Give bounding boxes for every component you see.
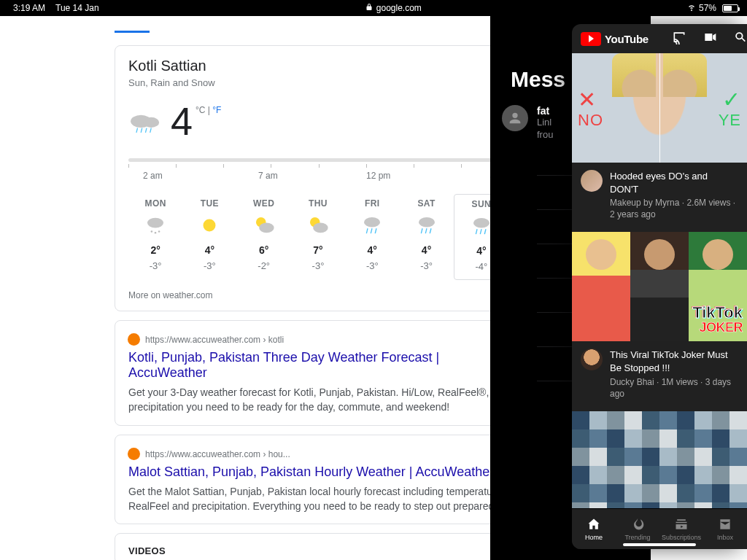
day-icon xyxy=(252,213,276,240)
weather-card: Kotli Sattian Sun, Rain and Snow 4 °C | … xyxy=(115,45,523,311)
day-low: -3° xyxy=(366,260,379,271)
svg-point-10 xyxy=(204,219,216,232)
tab-home[interactable]: Home xyxy=(572,509,616,549)
day-name: SAT xyxy=(417,198,435,209)
video-thumbnail[interactable]: TikTokJOKER xyxy=(572,232,747,341)
day-name: TUE xyxy=(201,198,219,209)
hour-label: 2 am xyxy=(128,171,214,181)
cast-icon[interactable] xyxy=(669,27,689,50)
thread-name: fat xyxy=(537,105,553,117)
video-subtitle: Makeup by Myrna · 2.6M views · 2 years a… xyxy=(610,197,738,220)
hourly-slider[interactable]: 2 am 7 am 12 pm 5 pm xyxy=(128,158,509,181)
svg-line-21 xyxy=(425,228,427,233)
accuweather-favicon-icon xyxy=(128,448,139,459)
day-high: 2° xyxy=(150,244,160,256)
lock-icon xyxy=(365,3,374,14)
forecast-day[interactable]: THU7°-3° xyxy=(291,194,345,280)
channel-avatar[interactable] xyxy=(581,349,603,370)
day-high: 4° xyxy=(368,244,377,256)
home-indicator[interactable] xyxy=(623,543,696,546)
day-low: -2° xyxy=(258,260,270,271)
thread-preview: Linl xyxy=(537,117,553,129)
video-title[interactable]: Hooded eyes DO's and DON'T xyxy=(610,170,738,195)
forecast-day[interactable]: TUE4°-3° xyxy=(182,194,236,280)
day-icon xyxy=(414,213,439,240)
svg-line-20 xyxy=(421,228,422,233)
address-bar[interactable]: google.com xyxy=(99,3,687,14)
battery-percent: 57% xyxy=(699,3,716,13)
svg-point-15 xyxy=(364,217,380,228)
svg-line-5 xyxy=(150,128,152,133)
youtube-header: YouTube xyxy=(572,24,747,53)
video-thumbnail[interactable]: NO YE xyxy=(572,53,747,163)
thumb-text-no: NO xyxy=(578,87,603,130)
avatar-icon xyxy=(502,105,528,131)
weather-condition: Sun, Rain and Snow xyxy=(128,77,509,88)
search-icon[interactable] xyxy=(730,27,747,50)
video-item[interactable]: TikTokJOKER This Viral TikTok Joker Must… xyxy=(572,232,747,399)
result-title[interactable]: Kotli, Punjab, Pakistan Three Day Weathe… xyxy=(128,350,509,381)
day-low: -3° xyxy=(420,260,433,271)
forecast-day[interactable]: WED6°-2° xyxy=(237,194,291,280)
video-item[interactable]: NO YE Hooded eyes DO's and DON'T Makeup … xyxy=(572,53,747,220)
svg-line-24 xyxy=(476,229,477,234)
day-name: FRI xyxy=(365,198,380,209)
svg-line-16 xyxy=(367,228,368,233)
tab-inbox[interactable]: Inbox xyxy=(703,509,747,549)
youtube-logo[interactable]: YouTube xyxy=(581,32,649,46)
wifi-icon xyxy=(687,3,696,14)
weather-footer-link[interactable]: More on weather.com xyxy=(128,290,509,300)
youtube-slideover: YouTube NO YE Hooded eyes DO's and DON'T… xyxy=(572,24,747,549)
status-date: Tue 14 Jan xyxy=(55,3,99,13)
video-title[interactable]: This Viral TikTok Joker Must Be Stopped … xyxy=(610,349,738,374)
svg-line-18 xyxy=(376,228,377,233)
day-name: SUN xyxy=(472,199,492,209)
video-thumbnail[interactable] xyxy=(572,411,747,508)
day-high: 4° xyxy=(422,244,431,256)
thumb-text-joker: JOKER xyxy=(692,321,743,334)
svg-line-4 xyxy=(145,128,147,133)
day-low: -3° xyxy=(150,260,162,271)
unit-c[interactable]: °C xyxy=(196,105,205,115)
svg-line-17 xyxy=(371,228,373,233)
day-icon xyxy=(360,213,384,240)
svg-line-3 xyxy=(141,128,142,133)
youtube-feed[interactable]: NO YE Hooded eyes DO's and DON'T Makeup … xyxy=(572,53,747,508)
video-item[interactable] xyxy=(572,411,747,508)
videos-section: VIDEOS xyxy=(115,533,523,560)
day-name: THU xyxy=(309,198,328,209)
temp-unit-toggle[interactable]: °C | °F xyxy=(196,105,221,115)
svg-point-12 xyxy=(259,223,274,233)
day-high: 4° xyxy=(205,244,214,256)
unit-f[interactable]: °F xyxy=(210,105,221,115)
result-description: Get the Malot Sattian, Punjab, Pakistan … xyxy=(128,484,509,514)
thumb-text-yes: YE xyxy=(719,87,741,130)
svg-point-19 xyxy=(418,217,434,228)
weather-now-icon xyxy=(128,110,165,139)
channel-avatar[interactable] xyxy=(581,170,603,192)
forecast-day[interactable]: SAT4°-3° xyxy=(399,194,453,280)
svg-point-8 xyxy=(155,232,157,234)
svg-point-7 xyxy=(151,230,153,233)
forecast-day[interactable]: FRI4°-3° xyxy=(345,194,399,280)
search-result[interactable]: https://www.accuweather.com › kotli Kotl… xyxy=(115,320,523,426)
day-low: -3° xyxy=(204,260,216,271)
day-name: WED xyxy=(253,198,274,209)
thumb-text-tiktok: TikTok xyxy=(692,305,743,321)
result-description: Get your 3-Day weather forecast for Kotl… xyxy=(128,385,509,415)
search-result[interactable]: https://www.accuweather.com › hou... Mal… xyxy=(115,435,523,525)
forecast-day[interactable]: MON2°-3° xyxy=(128,194,182,280)
svg-line-25 xyxy=(480,229,481,234)
ios-status-bar: 3:19 AM Tue 14 Jan google.com 57% xyxy=(0,0,747,16)
day-icon xyxy=(143,213,168,240)
day-icon xyxy=(306,213,330,240)
camera-icon[interactable] xyxy=(700,27,720,50)
svg-line-22 xyxy=(430,228,431,233)
result-title[interactable]: Malot Sattian, Punjab, Pakistan Hourly W… xyxy=(128,464,509,480)
svg-point-9 xyxy=(158,230,160,233)
svg-point-14 xyxy=(313,223,328,233)
day-high: 6° xyxy=(259,244,268,256)
youtube-wordmark: YouTube xyxy=(605,33,649,45)
svg-point-23 xyxy=(473,218,489,228)
svg-line-26 xyxy=(484,229,486,234)
